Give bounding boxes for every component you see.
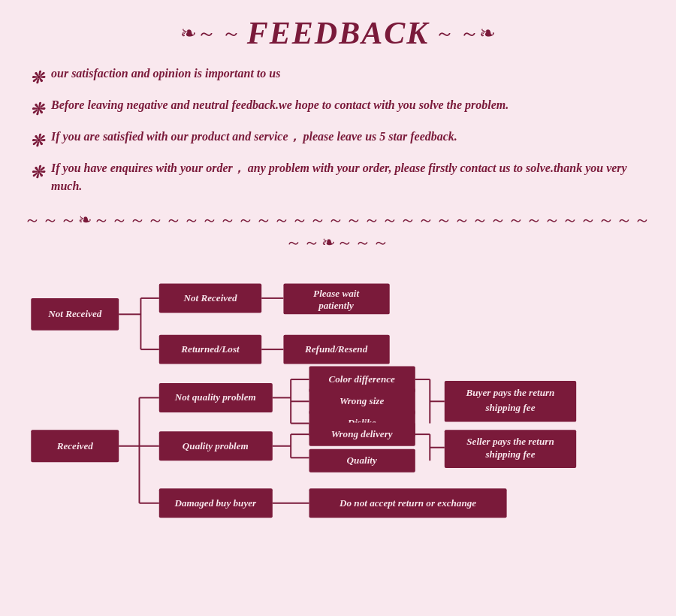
divider-decoration: ～～～❧～～～～～～～～～～～～～～～～～～～～～～～～～～～～～～～～～❧～～… (23, 209, 653, 254)
node-not-received-sub: Not Received (183, 292, 237, 303)
node-damaged: Damaged buy buyer (174, 497, 257, 509)
node-please-wait: Please wait (313, 288, 359, 299)
node-buyer-pays-2: shipping fee (484, 402, 535, 413)
node-refund-resend: Refund/Resend (304, 343, 368, 355)
bullet-icon-4: ❊ (30, 160, 44, 185)
node-received-left: Received (56, 440, 94, 451)
feedback-point-3: ❊ If you are satisfied with our product … (30, 128, 646, 153)
bullet-icon-1: ❊ (30, 65, 44, 90)
feedback-text-2: Before leaving negative and neutral feed… (51, 96, 509, 114)
divider: ～～～❧～～～～～～～～～～～～～～～～～～～～～～～～～～～～～～～～～❧～～… (23, 209, 653, 254)
node-wrong-delivery: Wrong delivery (331, 428, 393, 439)
node-not-received-left: Not Received (47, 308, 102, 319)
page-title: FEEDBACK (247, 15, 429, 51)
node-quality-problem: Quality problem (183, 440, 249, 451)
feedback-text-4: If you have enquires with your order， an… (51, 159, 646, 195)
feedback-point-2: ❊ Before leaving negative and neutral fe… (30, 96, 646, 122)
node-returned-lost: Returned/Lost (180, 343, 240, 355)
feedback-text-1: our satisfaction and opinion is importan… (51, 65, 280, 83)
node-no-return: Do not accept return or exchange (339, 497, 476, 509)
node-not-quality: Not quality problem (174, 391, 256, 403)
feedback-point-1: ❊ our satisfaction and opinion is import… (30, 65, 646, 90)
node-seller-pays: Seller pays the return (466, 436, 554, 447)
page-header: ❧～ ～ FEEDBACK ～ ～❧ (23, 15, 653, 51)
feedback-points: ❊ our satisfaction and opinion is import… (23, 65, 653, 195)
bullet-icon-3: ❊ (30, 128, 44, 153)
node-quality: Quality (347, 454, 377, 466)
node-please-wait-2: patiently (318, 300, 354, 311)
feedback-point-4: ❊ If you have enquires with your order， … (30, 159, 646, 195)
node-buyer-pays: Buyer pays the return (466, 387, 555, 398)
node-color-diff: Color difference (328, 373, 395, 385)
node-seller-pays-2: shipping fee (484, 448, 535, 460)
flowchart: .fbox { fill: #7a1a3a; } .ftext { fill: … (23, 267, 653, 556)
feedback-text-3: If you are satisfied with our product an… (51, 128, 457, 146)
header-deco-right: ～ ～❧ (435, 20, 496, 47)
bullet-icon-2: ❊ (30, 97, 44, 122)
header-deco-left: ❧～ ～ (180, 20, 241, 47)
node-wrong-size: Wrong size (340, 395, 384, 406)
